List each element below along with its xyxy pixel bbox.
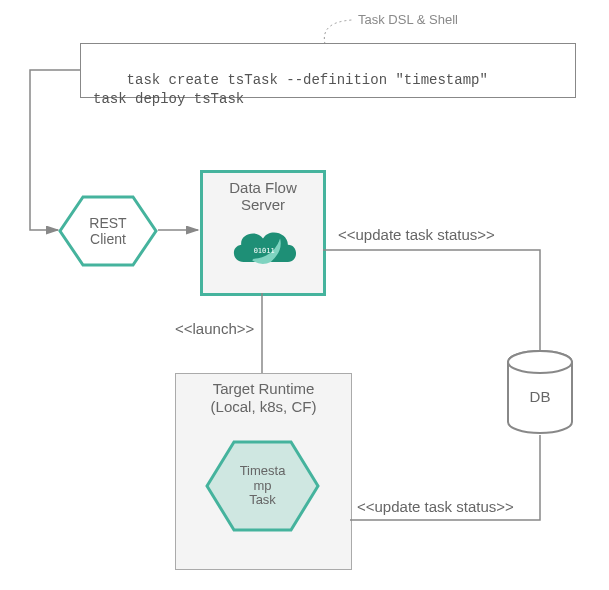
architecture-diagram: Task DSL & Shell task create tsTask --de… bbox=[0, 0, 609, 590]
arrow-task-to-db bbox=[0, 0, 609, 590]
edge-label-update-status-bottom: <<update task status>> bbox=[357, 498, 514, 515]
